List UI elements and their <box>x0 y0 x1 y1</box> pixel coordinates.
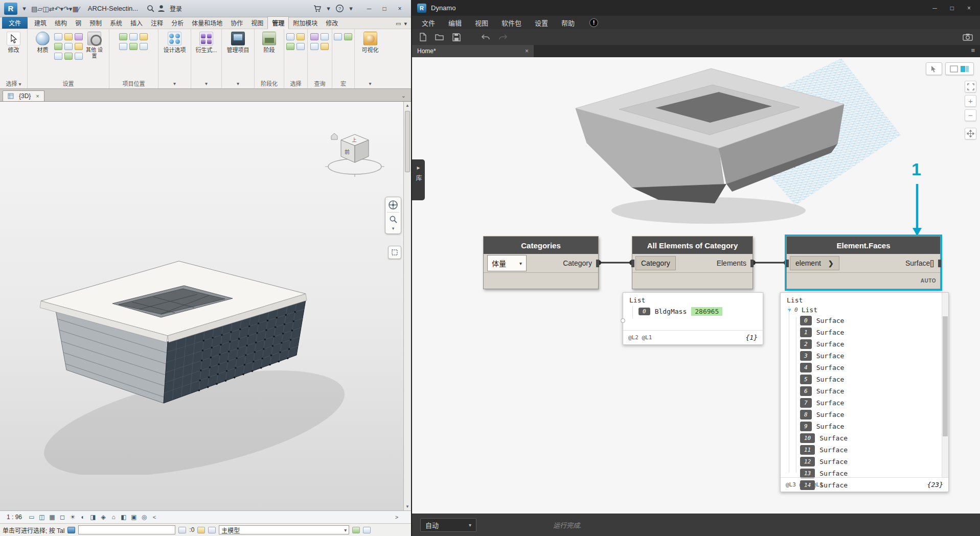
watch-preview-faces[interactable]: List ▼ 0 List 0 Surface 1 <box>780 292 949 492</box>
ribbon-tab[interactable]: 体量和场地 <box>188 17 226 29</box>
node-categories-header[interactable]: Categories <box>484 237 598 254</box>
qat-icon[interactable]: ◫ <box>42 5 49 13</box>
preview-scrollbar[interactable] <box>942 293 948 477</box>
redo-button[interactable] <box>498 34 508 41</box>
notification-badge[interactable]: ! <box>589 18 598 27</box>
menu-item[interactable]: 文件 <box>415 16 442 29</box>
panel-label-settings[interactable]: 设置 <box>28 80 109 88</box>
dynamo-minimize-button[interactable]: ─ <box>932 5 937 12</box>
ribbon-tab[interactable]: 修改 <box>322 17 342 29</box>
manage-project-button[interactable]: 管理项目 <box>225 32 251 54</box>
collapse-arrow-icon[interactable]: ▼ <box>788 307 791 313</box>
ribbon-tab[interactable]: 钢 <box>71 17 85 29</box>
tab-menu-icon[interactable]: ≡ <box>966 45 980 57</box>
qat-icon[interactable]: ↷ <box>63 5 69 13</box>
macro-icon[interactable] <box>344 33 352 40</box>
modify-button[interactable]: 修改 <box>2 32 25 54</box>
setting-icon[interactable] <box>64 33 73 40</box>
setting-icon[interactable] <box>54 53 62 60</box>
output-nub[interactable] <box>750 260 754 267</box>
output-nub[interactable] <box>596 260 599 267</box>
dynamo-maximize-button[interactable]: □ <box>950 5 954 12</box>
surface-row[interactable]: 2 Surface <box>781 338 948 350</box>
surface-row[interactable]: 11 Surface <box>781 444 948 456</box>
level-indicator[interactable]: @L3 @L2 @L1 <box>786 481 823 488</box>
ribbon-tab-file[interactable]: 文件 <box>2 17 28 29</box>
input-port-category[interactable]: Category <box>635 256 676 270</box>
ribbon-tab[interactable]: 系统 <box>106 17 126 29</box>
surface-row[interactable]: 0 Surface <box>781 315 948 327</box>
view-control-icon[interactable]: ◐ <box>78 514 87 521</box>
input-nub[interactable] <box>631 260 634 267</box>
filter-icon[interactable] <box>363 527 371 533</box>
view-tab-close-icon[interactable]: × <box>36 93 39 99</box>
panel-label-phasing[interactable]: 阶段化 <box>255 80 284 88</box>
view-control-icon[interactable]: ◧ <box>119 514 128 521</box>
surface-row[interactable]: 3 Surface <box>781 350 948 362</box>
output-nub[interactable] <box>938 260 941 267</box>
panel-label-inquiry[interactable]: 查询 <box>308 80 332 88</box>
qat-icon[interactable]: ▤ <box>31 5 37 13</box>
workspace-switch-icon[interactable]: ▭ <box>396 20 401 27</box>
zoom-in-button[interactable]: + <box>965 95 976 107</box>
view-control-icon[interactable]: ◈ <box>99 514 108 521</box>
open-file-button[interactable] <box>435 33 444 41</box>
view-control-icon[interactable]: ◨ <box>88 514 98 521</box>
design-option-icon[interactable] <box>208 527 216 533</box>
surface-row[interactable]: 4 Surface <box>781 362 948 374</box>
watch-preview-elements[interactable]: List 0 BldgMass 286965 @L2 @L1 {1} <box>623 292 763 345</box>
app-menu-caret-icon[interactable]: ▾ <box>19 5 29 12</box>
surface-row[interactable]: 1 Surface <box>781 327 948 338</box>
navbar-extra-button[interactable] <box>388 246 401 259</box>
view-control-icon[interactable]: ▦ <box>48 514 57 521</box>
input-port-element[interactable]: element ❯ <box>790 256 839 270</box>
dropdown-caret-icon[interactable]: ▾ <box>324 5 333 12</box>
level-indicator[interactable]: @L2 @L1 <box>628 334 652 341</box>
cart-icon[interactable] <box>313 4 322 13</box>
node-all-elements-of-category[interactable]: All Elements of Category Category Elemen… <box>632 236 753 289</box>
qat-icon[interactable]: ∕ <box>79 5 80 13</box>
scroll-down-icon[interactable]: ▼ <box>404 503 411 510</box>
visualize-button[interactable]: 可视化 <box>357 32 383 54</box>
inquiry-icon[interactable] <box>321 43 329 50</box>
tab-home[interactable]: Home* × <box>412 45 534 57</box>
exclude-options-icon[interactable] <box>352 527 360 533</box>
ribbon-tab[interactable]: 预制 <box>85 17 106 29</box>
panel-label-select[interactable]: 选择 ▾ <box>0 80 27 88</box>
setting-icon[interactable] <box>54 43 62 50</box>
hscroll-left-icon[interactable]: < <box>150 514 158 520</box>
selection-icon[interactable] <box>286 43 294 50</box>
worksets-icon[interactable] <box>178 527 186 533</box>
minimize-button[interactable]: ─ <box>362 3 376 14</box>
login-label[interactable]: 登录 <box>170 4 182 13</box>
zoom-out-button[interactable]: − <box>965 109 976 121</box>
close-button[interactable]: × <box>393 3 407 14</box>
view-control-icon[interactable]: ◎ <box>140 514 149 521</box>
revit-logo-icon[interactable]: R <box>4 3 17 15</box>
menu-item[interactable]: 编辑 <box>442 16 468 29</box>
save-button[interactable] <box>452 33 461 41</box>
viewtab-overflow-icon[interactable]: ⌄ <box>396 92 411 101</box>
dynamo-close-button[interactable]: × <box>967 5 971 12</box>
view-cube[interactable]: 上 前 <box>324 125 385 182</box>
ribbon-tab[interactable]: 分析 <box>167 17 188 29</box>
node-all-elements-header[interactable]: All Elements of Category <box>632 237 753 254</box>
use-levels-arrow-icon[interactable]: ❯ <box>828 260 834 267</box>
setting-icon[interactable] <box>64 53 73 60</box>
viewport-vertical-scrollbar[interactable]: ▲ ▼ <box>403 102 411 510</box>
setting-icon[interactable] <box>75 33 83 40</box>
ribbon-tab[interactable]: 注释 <box>147 17 167 29</box>
setting-icon[interactable] <box>75 43 83 50</box>
surface-row[interactable]: 6 Surface <box>781 385 948 397</box>
selection-icon[interactable] <box>286 33 294 40</box>
navbar-caret-icon[interactable]: ▾ <box>392 226 395 231</box>
zoom-tool-icon[interactable] <box>389 215 398 224</box>
navigation-bar[interactable]: ▾ <box>385 197 401 234</box>
help-icon[interactable]: ? <box>335 4 344 13</box>
element-id-value[interactable]: 286965 <box>691 307 722 316</box>
dynamo-canvas[interactable]: ▸ 库 + − <box>412 57 980 514</box>
macro-icon[interactable] <box>334 33 342 40</box>
phases-button[interactable]: 阶段 <box>257 32 282 54</box>
building-model[interactable] <box>10 255 348 475</box>
inquiry-icon[interactable] <box>310 43 318 50</box>
